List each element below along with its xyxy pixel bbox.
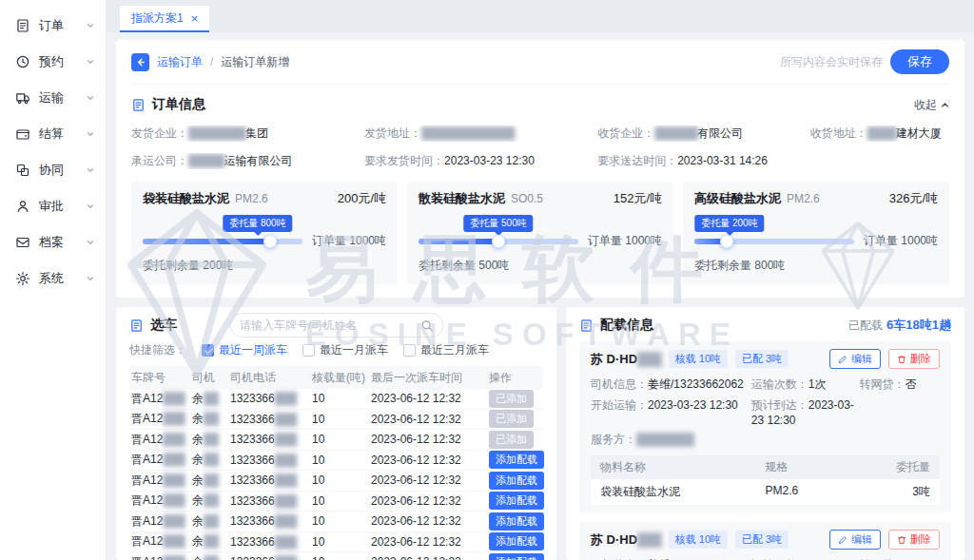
- sidebar-item-label: 运输: [39, 89, 64, 106]
- search-icon[interactable]: [420, 319, 433, 332]
- driver-cell: 余██: [192, 432, 230, 448]
- checkbox-icon[interactable]: [302, 344, 315, 357]
- clock-icon: [15, 54, 30, 69]
- driver-cell: 余██: [192, 391, 230, 407]
- panel-title: 选车: [150, 317, 177, 334]
- time-cell: 2023-06-12 12:32: [371, 494, 489, 508]
- table-row: 晋A12███ 余██ 1323366███ 10 2023-06-12 12:…: [129, 532, 543, 553]
- chevron-down-icon: [87, 239, 94, 246]
- save-button[interactable]: 保存: [890, 49, 949, 74]
- add-load-button[interactable]: 添加配载: [489, 512, 544, 531]
- eta-time: 预计到达：2023-03-23 12:30: [751, 397, 860, 427]
- material-table-header: 物料名称规格委托量: [591, 455, 940, 479]
- filter-last-week[interactable]: 最近一周派车: [202, 342, 287, 358]
- wallet-icon: [15, 126, 30, 142]
- tab-assign-plan[interactable]: 指派方案1 ×: [120, 6, 209, 32]
- field-ship-time: 要求发货时间：2023-03-23 12:30: [364, 153, 597, 169]
- trash-icon: [897, 535, 906, 545]
- add-load-button[interactable]: 添加配载: [489, 451, 544, 469]
- product-price: 326元/吨: [889, 190, 938, 207]
- add-load-button[interactable]: 已添加: [489, 390, 534, 408]
- chevron-down-icon: [87, 22, 94, 29]
- commission-slider[interactable]: 委托量 200吨: [694, 239, 854, 244]
- sidebar-item-reservation[interactable]: 预约: [0, 44, 106, 80]
- edit-button[interactable]: 编辑: [829, 349, 881, 369]
- chevron-down-icon: [87, 203, 94, 210]
- load-cards: 苏 D·HD███ 核载 10吨 已配 3吨 编辑 删除: [579, 341, 951, 560]
- slider-handle[interactable]: [263, 235, 277, 248]
- checkbox-icon[interactable]: [403, 344, 416, 357]
- phone-cell: 1323366███: [230, 514, 312, 528]
- chevron-down-icon: [87, 275, 94, 282]
- order-info-icon: [131, 98, 146, 112]
- time-cell: 2023-06-12 12:32: [371, 392, 489, 405]
- product-card: 高级硅酸盐水泥 PM2.6 326元/吨 委托量 200吨 订单量 1000吨 …: [683, 182, 949, 284]
- phone-cell: 1323366███: [230, 555, 312, 560]
- phone-cell: 1323366███: [230, 433, 312, 446]
- filter-last-month[interactable]: 最近一月派车: [302, 342, 388, 358]
- order-form-panel: 运输订单 / 运输订单新增 所写内容会实时保存 保存 订单信息 收起 发货企业：…: [116, 40, 964, 298]
- sidebar-item-archive[interactable]: 档案: [0, 224, 106, 261]
- breadcrumb-link-transport-orders[interactable]: 运输订单: [157, 54, 203, 70]
- time-cell: 2023-06-12 12:32: [371, 454, 489, 467]
- back-button[interactable]: [131, 53, 149, 71]
- delete-button[interactable]: 删除: [888, 349, 940, 369]
- sidebar-item-label: 协同: [39, 162, 64, 179]
- sidebar-item-system[interactable]: 系统: [0, 261, 106, 297]
- vehicle-table: 车牌号司机司机电话核载量(吨)最后一次派车时间操作 晋A12███ 余██ 13…: [129, 366, 543, 560]
- arrow-left-icon: [135, 57, 146, 68]
- gear-icon: [15, 271, 30, 286]
- remaining-quantity: 委托剩余量 200吨: [143, 258, 386, 274]
- slider-handle[interactable]: [720, 235, 733, 248]
- sidebar-item-approval[interactable]: 审批: [0, 188, 106, 224]
- checkbox-checked-icon[interactable]: [202, 344, 214, 357]
- sidebar-item-label: 系统: [39, 270, 64, 287]
- sidebar-item-orders[interactable]: 订单: [0, 8, 106, 44]
- add-load-button[interactable]: 已添加: [489, 431, 534, 449]
- time-cell: 2023-06-12 12:32: [371, 413, 489, 426]
- delete-button[interactable]: 删除: [888, 530, 940, 550]
- product-spec: SO0.5: [511, 192, 543, 205]
- time-cell: 2023-06-12 12:32: [371, 535, 489, 549]
- load-cell: 10: [312, 433, 371, 446]
- table-row: 晋A12███ 余██ 1323366███ 10 2023-06-12 12:…: [129, 389, 543, 410]
- close-icon[interactable]: ×: [191, 12, 199, 25]
- edit-button[interactable]: 编辑: [829, 530, 881, 550]
- add-load-button[interactable]: 添加配载: [489, 472, 544, 490]
- sidebar: 订单 预约 运输 结算 协同 审批 档案 系统: [0, 0, 107, 560]
- field-consignee: 收货企业：██████有限公司: [597, 126, 810, 142]
- sidebar-item-settlement[interactable]: 结算: [0, 116, 106, 152]
- table-row: 晋A12███ 余██ 1323366███ 10 2023-06-12 12:…: [129, 451, 543, 472]
- add-load-button[interactable]: 添加配载: [489, 492, 544, 510]
- commission-badge: 委托量 800吨: [223, 215, 292, 232]
- slider-handle[interactable]: [492, 235, 505, 248]
- network-loan: 转网贷：否: [860, 377, 940, 393]
- product-name: 袋装硅酸盐水泥: [143, 190, 229, 207]
- load-card: 苏 D·HD███ 核载 10吨 已配 3吨 编辑 删除: [579, 341, 951, 512]
- collapse-toggle[interactable]: 收起: [914, 97, 949, 113]
- add-load-button[interactable]: 添加配载: [489, 553, 544, 560]
- main-content: 运输订单 / 运输订单新增 所写内容会实时保存 保存 订单信息 收起 发货企业：…: [107, 32, 974, 560]
- time-cell: 2023-06-12 12:32: [371, 433, 489, 446]
- filter-last-quarter[interactable]: 最近三月派车: [403, 342, 489, 358]
- add-load-button[interactable]: 添加配载: [489, 532, 544, 550]
- tab-bar: 指派方案1 ×: [107, 0, 974, 32]
- sidebar-item-collaboration[interactable]: 协同: [0, 152, 106, 188]
- loaded-badge: 已配 3吨: [735, 531, 789, 549]
- phone-cell: 1323366███: [230, 473, 312, 487]
- vehicle-search: [229, 313, 443, 338]
- slider-fill: [419, 239, 498, 244]
- plate-cell: 晋A12███: [131, 391, 192, 407]
- breadcrumb-current: 运输订单新增: [221, 54, 289, 70]
- order-icon: [15, 18, 30, 33]
- add-load-button[interactable]: 已添加: [489, 410, 534, 428]
- search-input[interactable]: [240, 319, 420, 332]
- material-table-row: 袋装硅酸盐水泥PM2.63吨: [591, 479, 940, 505]
- commission-slider[interactable]: 委托量 800吨: [143, 239, 302, 244]
- commission-slider[interactable]: 委托量 500吨: [419, 239, 578, 244]
- material-table: 物料名称规格委托量 袋装硅酸盐水泥PM2.63吨: [591, 455, 940, 505]
- time-cell: 2023-06-12 12:32: [371, 555, 489, 560]
- vehicle-plate: 苏 D·HD███: [591, 531, 661, 549]
- table-header-row: 车牌号司机司机电话核载量(吨)最后一次派车时间操作: [129, 366, 543, 389]
- sidebar-item-transport[interactable]: 运输: [0, 80, 106, 116]
